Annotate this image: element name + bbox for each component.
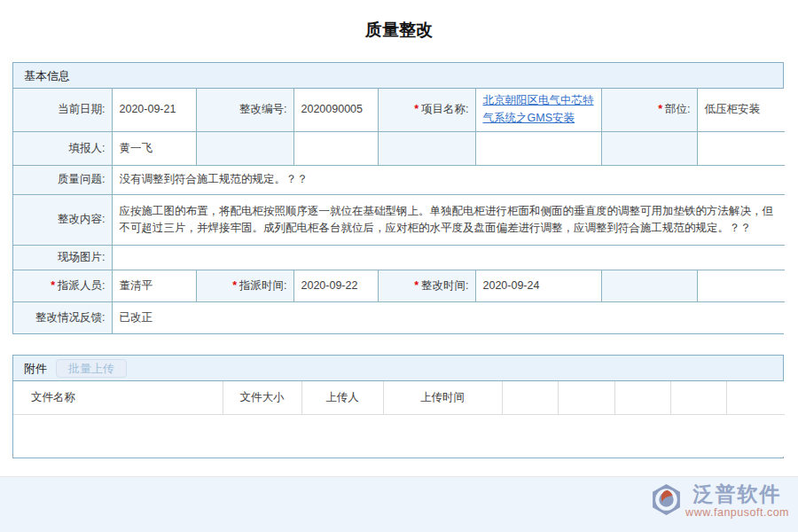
table-row: 现场图片:: [13, 245, 785, 270]
filler-value: 黄一飞: [112, 131, 196, 165]
assignee-value: 董清平: [112, 270, 196, 301]
required-asterisk: *: [414, 103, 419, 115]
rectify-content-value: 应按施工图的布置，将配电柜按照顺序逐一就位在基础型钢上。单独配电柜进行柜面和侧面…: [112, 194, 785, 245]
table-row: 质量问题: 没有调整到符合施工规范的规定。？？: [13, 165, 785, 194]
batch-upload-button[interactable]: 批量上传: [56, 359, 127, 378]
attachments-table: 文件名称 文件大小 上传人 上传时间: [13, 381, 785, 457]
rectify-time-label: *整改时间:: [378, 270, 475, 301]
project-name-label: *项目名称:: [378, 89, 475, 131]
rectify-time-value: 2020-09-24: [475, 270, 601, 301]
table-row: *指派人员: 董清平 *指派时间: 2020-09-22 *整改时间: 2020…: [13, 270, 785, 301]
project-name-value: 北京朝阳区电气中芯特气系统之GMS安装: [475, 89, 601, 131]
feedback-value: 已改正: [112, 301, 785, 333]
part-value: 低压柜安装: [697, 89, 785, 131]
site-photo-value: [112, 245, 785, 270]
table-row: 当前日期: 2020-09-21 整改编号: 2020090005 *项目名称:…: [13, 89, 785, 131]
current-date-value: 2020-09-21: [112, 89, 196, 131]
brand-website: www.fanpusoft.com: [685, 506, 789, 519]
empty-cell: [293, 131, 378, 165]
empty-cell: [697, 270, 785, 301]
empty-column-header: [670, 381, 726, 414]
attachments-title: 附件: [24, 356, 47, 381]
empty-cell: [697, 131, 785, 165]
empty-cell: [601, 131, 697, 165]
table-row: 填报人: 黄一飞: [13, 131, 785, 165]
empty-cell: [378, 131, 475, 165]
empty-cell: [475, 131, 601, 165]
assign-time-label: *指派时间:: [196, 270, 293, 301]
required-asterisk: *: [232, 279, 237, 292]
attachments-panel: 附件 批量上传 文件名称 文件大小 上传人 上传时间: [12, 355, 784, 458]
basic-info-section-header: 基本信息: [13, 63, 783, 89]
filler-label: 填报人:: [13, 131, 112, 165]
fanpu-logo-icon: [650, 483, 683, 519]
attachments-header-row: 文件名称 文件大小 上传人 上传时间: [13, 381, 785, 414]
empty-column-header: [614, 381, 670, 414]
basic-info-table: 当前日期: 2020-09-21 整改编号: 2020090005 *项目名称:…: [13, 89, 785, 333]
table-row: 整改内容: 应按施工图的布置，将配电柜按照顺序逐一就位在基础型钢上。单独配电柜进…: [13, 194, 785, 245]
attachments-empty-area: [13, 414, 785, 457]
empty-column-header: [558, 381, 614, 414]
site-photo-label: 现场图片:: [13, 245, 112, 270]
page-footer: 泛普软件 www.fanpusoft.com: [0, 476, 798, 532]
fanpu-brand: 泛普软件 www.fanpusoft.com: [650, 483, 789, 519]
required-asterisk: *: [414, 279, 419, 292]
required-asterisk: *: [658, 103, 662, 115]
empty-column-header: [502, 381, 558, 414]
assignee-label: *指派人员:: [13, 270, 112, 301]
feedback-label: 整改情况反馈:: [13, 301, 112, 333]
empty-cell: [196, 131, 293, 165]
column-header-filename: 文件名称: [13, 381, 223, 414]
column-header-filesize: 文件大小: [223, 381, 301, 414]
quality-issue-value: 没有调整到符合施工规范的规定。？？: [112, 165, 785, 194]
required-asterisk: *: [51, 279, 55, 292]
current-date-label: 当前日期:: [13, 89, 112, 131]
brand-name: 泛普软件: [693, 483, 782, 505]
attachments-empty-row: [13, 414, 785, 457]
assign-time-value: 2020-09-22: [293, 270, 378, 301]
rectify-no-value: 2020090005: [293, 89, 378, 131]
table-row: 整改情况反馈: 已改正: [13, 301, 785, 333]
project-name-link[interactable]: 北京朝阳区电气中芯特气系统之GMS安装: [483, 94, 594, 123]
basic-info-panel: 基本信息 当前日期: 2020-09-21 整改编号: 2020090005 *…: [12, 62, 784, 334]
quality-issue-label: 质量问题:: [13, 165, 112, 194]
part-label: *部位:: [601, 89, 697, 131]
empty-cell: [601, 270, 697, 301]
column-header-uploadtime: 上传时间: [383, 381, 502, 414]
rectify-content-label: 整改内容:: [13, 194, 112, 245]
attachments-section-header: 附件 批量上传: [13, 356, 783, 381]
rectify-no-label: 整改编号:: [196, 89, 293, 131]
column-header-uploader: 上传人: [301, 381, 383, 414]
empty-column-header: [726, 381, 785, 414]
page-title: 质量整改: [0, 19, 798, 42]
